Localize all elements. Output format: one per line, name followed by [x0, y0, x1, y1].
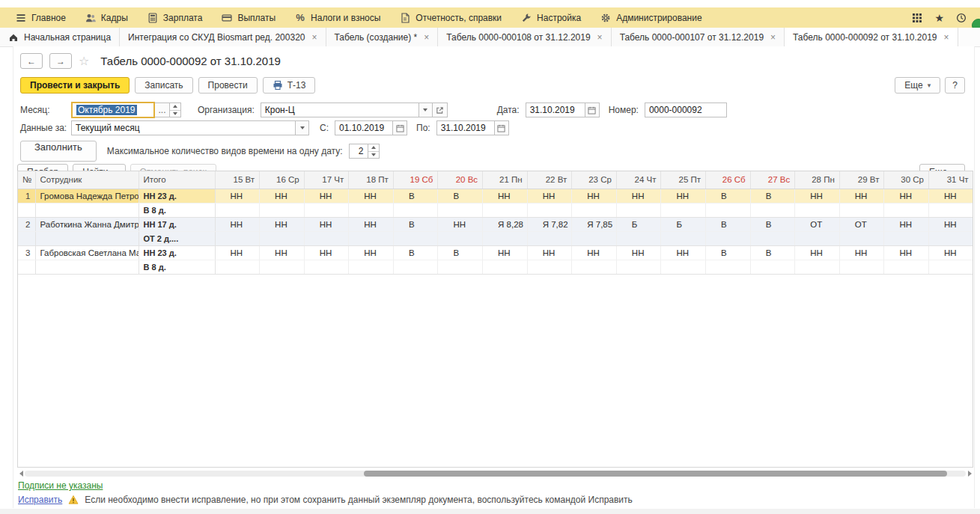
day-cell[interactable]: НН: [260, 217, 305, 231]
day-cell[interactable]: [260, 231, 305, 245]
back-button[interactable]: ←: [20, 53, 43, 69]
employee-name-cell[interactable]: [35, 203, 139, 217]
from-field[interactable]: 01.10.2019: [335, 120, 393, 135]
employee-name-cell[interactable]: [35, 231, 139, 245]
day-cell[interactable]: [438, 231, 483, 245]
scrollbar-thumb[interactable]: [364, 471, 947, 477]
day-cell[interactable]: НН: [572, 245, 617, 260]
day-cell[interactable]: НН: [483, 189, 528, 203]
day-cell[interactable]: НН: [215, 217, 260, 231]
month-field[interactable]: Октябрь 2019: [71, 102, 155, 118]
day-cell[interactable]: НН: [349, 245, 394, 260]
day-cell[interactable]: [839, 260, 884, 274]
day-cell[interactable]: В: [393, 189, 438, 203]
max-types-field[interactable]: 2: [349, 144, 368, 159]
day-cell[interactable]: НН: [483, 245, 528, 260]
day-cell[interactable]: [572, 231, 617, 245]
favorite-star-icon[interactable]: ☆: [79, 54, 89, 68]
day-cell[interactable]: [661, 231, 706, 245]
tab-1[interactable]: Интеграция со СКУД Biosmart ред. 200320×: [120, 28, 326, 46]
day-cell[interactable]: Я 7,85: [572, 217, 617, 231]
day-cell[interactable]: [616, 203, 661, 217]
day-cell[interactable]: НН: [304, 245, 349, 260]
day-cell[interactable]: НН: [929, 189, 974, 203]
tab-5-active[interactable]: Табель 0000-000092 от 31.10.2019×: [785, 28, 958, 46]
month-stepper[interactable]: [170, 103, 181, 117]
favorites-star-icon[interactable]: ★: [934, 13, 944, 23]
close-icon[interactable]: ×: [311, 32, 317, 43]
day-cell[interactable]: НН: [304, 189, 349, 203]
day-cell[interactable]: НН: [795, 245, 840, 260]
date-field[interactable]: 31.10.2019: [526, 103, 585, 117]
tab-3[interactable]: Табель 0000-000108 от 31.12.2019×: [438, 28, 611, 46]
day-cell[interactable]: [929, 203, 974, 217]
total-cell[interactable]: НН 17 д.: [139, 217, 215, 231]
day-cell[interactable]: В: [750, 189, 795, 203]
employee-name-cell[interactable]: Громова Надежда Петровна: [35, 189, 139, 203]
help-button[interactable]: ?: [945, 77, 965, 94]
close-icon[interactable]: ×: [944, 32, 949, 43]
day-cell[interactable]: [483, 260, 528, 274]
day-cell[interactable]: НН: [929, 217, 974, 231]
day-cell[interactable]: [706, 203, 751, 217]
number-field[interactable]: 0000-000092: [645, 103, 727, 117]
day-cell[interactable]: [616, 260, 661, 274]
post-and-close-button[interactable]: Провести и закрыть: [20, 77, 130, 94]
day-cell[interactable]: НН: [527, 189, 572, 203]
more-button-top[interactable]: Еще▾: [895, 77, 940, 94]
day-cell[interactable]: Я 7,82: [527, 217, 572, 231]
total-cell[interactable]: В 8 д.: [139, 203, 215, 217]
day-cell[interactable]: НН: [884, 189, 929, 203]
day-cell[interactable]: В: [750, 217, 795, 231]
row-number-cell[interactable]: 2: [18, 217, 35, 231]
day-cell[interactable]: [616, 231, 661, 245]
day-cell[interactable]: [527, 231, 572, 245]
from-calendar-button[interactable]: [393, 120, 407, 135]
day-cell[interactable]: [572, 260, 617, 274]
day-cell[interactable]: В: [750, 245, 795, 260]
day-cell[interactable]: [393, 260, 438, 274]
day-cell[interactable]: Я 8,28: [483, 217, 528, 231]
day-cell[interactable]: [706, 231, 751, 245]
to-field[interactable]: 31.10.2019: [436, 120, 495, 135]
day-cell[interactable]: [393, 231, 438, 245]
row-number-cell[interactable]: [18, 231, 35, 245]
day-cell[interactable]: [884, 260, 929, 274]
day-cell[interactable]: [750, 260, 795, 274]
day-cell[interactable]: [304, 260, 349, 274]
day-cell[interactable]: [795, 260, 840, 274]
day-cell[interactable]: НН: [661, 189, 706, 203]
close-icon[interactable]: ×: [597, 32, 603, 43]
day-cell[interactable]: [706, 260, 751, 274]
day-cell[interactable]: В: [706, 189, 751, 203]
total-cell[interactable]: В 8 д.: [139, 260, 215, 274]
day-cell[interactable]: [929, 260, 974, 274]
day-cell[interactable]: ОТ: [839, 217, 884, 231]
signatures-link[interactable]: Подписи не указаны: [18, 480, 103, 491]
day-cell[interactable]: НН: [884, 245, 929, 260]
apps-grid-icon[interactable]: [912, 13, 922, 23]
day-cell[interactable]: ОТ: [795, 217, 840, 231]
day-cell[interactable]: [483, 203, 528, 217]
day-cell[interactable]: [260, 203, 305, 217]
day-cell[interactable]: [661, 260, 706, 274]
day-cell[interactable]: НН: [795, 189, 840, 203]
day-cell[interactable]: Б: [616, 217, 661, 231]
menu-item-4[interactable]: Выплаты: [212, 7, 285, 28]
month-choose-button[interactable]: ...: [155, 103, 170, 117]
day-cell[interactable]: [839, 231, 884, 245]
day-cell[interactable]: НН: [527, 245, 572, 260]
day-cell[interactable]: [215, 231, 260, 245]
day-cell[interactable]: НН: [349, 189, 394, 203]
tab-2[interactable]: Табель (создание) *×: [326, 28, 439, 46]
day-cell[interactable]: НН: [438, 217, 483, 231]
row-number-cell[interactable]: 1: [18, 189, 35, 203]
day-cell[interactable]: В: [393, 245, 438, 260]
employee-name-cell[interactable]: Работкина Жанна Дмитриевна: [35, 217, 139, 231]
day-cell[interactable]: [304, 231, 349, 245]
day-cell[interactable]: [750, 231, 795, 245]
menu-item-3[interactable]: Зарплата: [138, 7, 213, 28]
day-cell[interactable]: НН: [616, 245, 661, 260]
day-cell[interactable]: [884, 203, 929, 217]
employee-name-cell[interactable]: [35, 260, 139, 274]
